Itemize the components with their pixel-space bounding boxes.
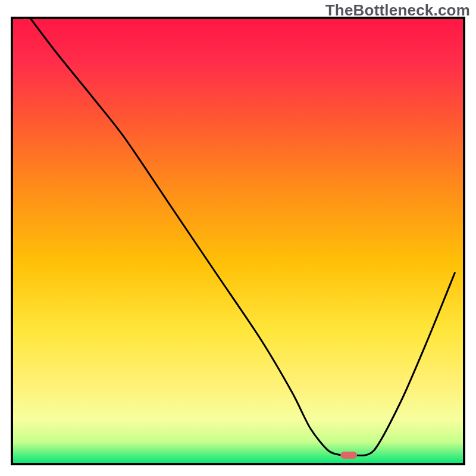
marker-pill: [340, 452, 357, 459]
watermark-text: TheBottleneck.com: [325, 1, 470, 20]
bottleneck-chart: [0, 0, 476, 476]
gradient-background: [12, 18, 464, 464]
chart-container: TheBottleneck.com: [0, 0, 476, 476]
